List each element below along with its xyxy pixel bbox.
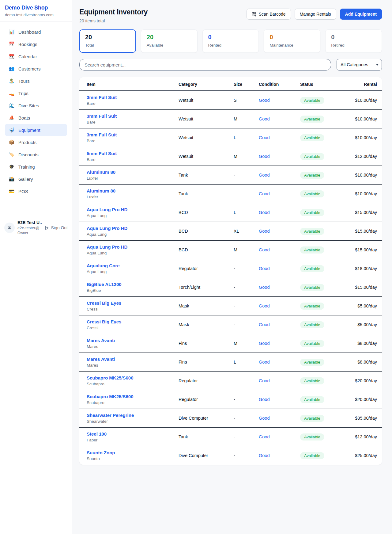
sidebar-item-customers[interactable]: 👥 Customers: [5, 63, 67, 75]
item-name-link[interactable]: Scubapro MK25/S600: [87, 375, 179, 380]
status-badge: Available: [300, 153, 324, 160]
sidebar-item-training[interactable]: 🎓 Training: [5, 161, 67, 173]
condition-cell: Good: [259, 259, 300, 278]
item-name-link[interactable]: Suunto Zoop: [87, 450, 179, 455]
status-badge: Available: [300, 433, 324, 441]
sidebar-item-label: Trips: [18, 91, 28, 96]
sidebar-item-gallery[interactable]: 📸 Gallery: [5, 173, 67, 185]
rental-cell: $15.00/day: [340, 278, 382, 297]
rental-cell: $12.00/day: [340, 428, 382, 446]
item-cell: Aqua Lung Pro HD Aqua Lung: [79, 222, 179, 241]
rental-cell: $15.00/day: [340, 222, 382, 241]
stat-card-retired[interactable]: 0 Retired: [325, 29, 382, 53]
sidebar-item-dive-sites[interactable]: 🌊 Dive Sites: [5, 99, 67, 112]
condition-link[interactable]: Good: [259, 266, 270, 271]
item-name-link[interactable]: Aqualung Core: [87, 263, 179, 268]
condition-link[interactable]: Good: [259, 453, 270, 458]
sidebar-item-trips[interactable]: 🚤 Trips: [5, 87, 67, 99]
item-name-link[interactable]: 3mm Full Suit: [87, 132, 179, 137]
item-name-link[interactable]: 3mm Full Suit: [87, 113, 179, 119]
size-cell: XL: [234, 222, 259, 241]
condition-link[interactable]: Good: [259, 285, 270, 290]
table-row: Aluminum 80 Luxfer Tank - Good Available…: [79, 185, 382, 203]
stat-label: Retired: [331, 43, 376, 48]
manage-rentals-label: Manage Rentals: [300, 12, 331, 17]
item-name-link[interactable]: Scubapro MK25/S600: [87, 394, 179, 399]
size-cell: -: [234, 428, 259, 446]
item-name-link[interactable]: Cressi Big Eyes: [87, 319, 179, 324]
size-cell: -: [234, 185, 259, 203]
condition-link[interactable]: Good: [259, 154, 270, 159]
condition-link[interactable]: Good: [259, 98, 270, 103]
category-cell: BCD: [179, 241, 234, 259]
condition-link[interactable]: Good: [259, 191, 270, 196]
item-name-link[interactable]: Cressi Big Eyes: [87, 300, 179, 306]
stat-card-available[interactable]: 20 Available: [141, 29, 198, 53]
sidebar-item-dashboard[interactable]: 📊 Dashboard: [5, 26, 67, 38]
scan-barcode-button[interactable]: Scan Barcode: [247, 9, 291, 20]
category-cell: Mask: [179, 297, 234, 315]
sidebar-item-products[interactable]: 📦 Products: [5, 136, 67, 148]
add-equipment-button[interactable]: Add Equipment: [340, 9, 382, 20]
condition-link[interactable]: Good: [259, 135, 270, 140]
condition-link[interactable]: Good: [259, 341, 270, 346]
item-name-link[interactable]: Aqua Lung Pro HD: [87, 226, 179, 231]
status-badge: Available: [300, 265, 324, 272]
condition-link[interactable]: Good: [259, 416, 270, 421]
item-brand: Bare: [87, 139, 179, 143]
sidebar-item-discounts[interactable]: 🏷️ Discounts: [5, 148, 67, 161]
sidebar-item-calendar[interactable]: 📆 Calendar: [5, 50, 67, 63]
item-name-link[interactable]: Aluminum 80: [87, 188, 179, 193]
size-cell: -: [234, 259, 259, 278]
condition-cell: Good: [259, 446, 300, 465]
sidebar-item-tours[interactable]: 🏝️ Tours: [5, 75, 67, 87]
item-name-link[interactable]: BigBlue AL1200: [87, 282, 179, 287]
sidebar-item-bookings[interactable]: 📅 Bookings: [5, 38, 67, 50]
item-name-link[interactable]: 3mm Full Suit: [87, 95, 179, 100]
condition-link[interactable]: Good: [259, 303, 270, 308]
item-cell: Scubapro MK25/S600 Scubapro: [79, 372, 179, 390]
condition-link[interactable]: Good: [259, 210, 270, 215]
rental-cell: $10.00/day: [340, 91, 382, 110]
condition-link[interactable]: Good: [259, 116, 270, 121]
item-name-link[interactable]: Steel 100: [87, 431, 179, 437]
item-name-link[interactable]: 5mm Full Suit: [87, 151, 179, 156]
stat-card-maintenance[interactable]: 0 Maintenance: [264, 29, 320, 53]
stat-card-rented[interactable]: 0 Rented: [202, 29, 259, 53]
table-row: Aqua Lung Pro HD Aqua Lung BCD M Good Av…: [79, 241, 382, 259]
condition-link[interactable]: Good: [259, 247, 270, 252]
condition-link[interactable]: Good: [259, 322, 270, 327]
category-cell: Wetsuit: [179, 91, 234, 110]
sidebar-item-pos[interactable]: 💳 POS: [5, 185, 67, 197]
condition-link[interactable]: Good: [259, 229, 270, 234]
manage-rentals-button[interactable]: Manage Rentals: [295, 9, 336, 20]
category-cell: Fins: [179, 353, 234, 372]
item-brand: Shearwater: [87, 419, 179, 424]
status-cell: Available: [300, 91, 340, 110]
sidebar-item-boats[interactable]: ⛵ Boats: [5, 112, 67, 124]
item-name-link[interactable]: Mares Avanti: [87, 338, 179, 343]
item-brand: Mares: [87, 344, 179, 349]
condition-link[interactable]: Good: [259, 434, 270, 439]
status-cell: Available: [300, 259, 340, 278]
sign-out-button[interactable]: Sign Out: [44, 225, 68, 230]
stat-card-total[interactable]: 20 Total: [79, 29, 136, 53]
item-brand: BigBlue: [87, 288, 179, 293]
item-name-link[interactable]: Aqua Lung Pro HD: [87, 207, 179, 212]
condition-link[interactable]: Good: [259, 360, 270, 364]
status-cell: Available: [300, 315, 340, 334]
condition-link[interactable]: Good: [259, 378, 270, 383]
search-input[interactable]: [79, 59, 331, 71]
item-name-link[interactable]: Aluminum 80: [87, 170, 179, 175]
sidebar-item-equipment[interactable]: 🤿 Equipment: [5, 124, 67, 136]
condition-link[interactable]: Good: [259, 397, 270, 402]
item-name-link[interactable]: Aqua Lung Pro HD: [87, 244, 179, 250]
stat-label: Total: [85, 43, 130, 48]
item-name-link[interactable]: Shearwater Peregrine: [87, 413, 179, 418]
status-badge: Available: [300, 321, 324, 328]
condition-link[interactable]: Good: [259, 173, 270, 177]
size-cell: -: [234, 372, 259, 390]
item-brand: Cressi: [87, 307, 179, 311]
category-filter-select[interactable]: All Categories: [337, 59, 382, 71]
item-name-link[interactable]: Mares Avanti: [87, 357, 179, 362]
